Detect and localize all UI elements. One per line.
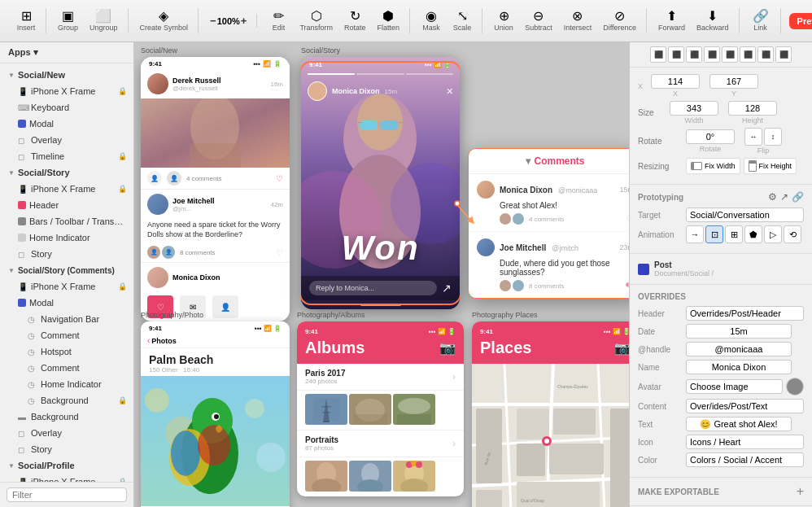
align-bottom-button[interactable]: ⬛ [740,46,756,63]
sidebar-item-iphone-frame-2[interactable]: 📱 iPhone X Frame 🔒 [0,181,133,197]
backward-button[interactable]: ⬇ Backward [692,8,734,33]
sidebar-section-social-story[interactable]: ▼ Social/Story [0,164,133,181]
anim-btn-6[interactable]: ⟲ [784,225,801,243]
flatten-button[interactable]: ⬢ Flatten [373,8,405,33]
union-button[interactable]: ⊕ Union [489,8,518,33]
edit-button[interactable]: ✏ Edit [264,8,293,33]
sidebar-item-header-1[interactable]: Header [0,197,133,213]
create-symbol-button[interactable]: ◈ Create Symbol [135,8,194,33]
content-override-dropdown[interactable]: Over/ides/Post/Text [686,399,804,413]
anim-btn-3[interactable]: ⊞ [725,225,743,243]
sidebar-item-hotspot[interactable]: ◷ Hotspot [0,343,133,360]
send-icon[interactable]: ↗ [442,282,452,295]
sidebar-item-bg-1[interactable]: ◷ Background 🔒 [0,392,133,409]
align-top-button[interactable]: ⬛ [704,46,720,63]
name-override-input[interactable] [686,360,792,374]
text-override-input[interactable] [686,417,792,431]
anim-btn-2[interactable]: ⊡ [705,225,723,243]
intersect-button[interactable]: ⊗ Intersect [559,8,597,33]
sidebar-item-iphone-frame-3[interactable]: 📱 iPhone X Frame 🔒 [0,278,133,295]
rotate-input[interactable] [686,129,735,144]
sidebar-item-keyboard[interactable]: ⌨ Keyboard [0,99,133,116]
sidebar-item-story-1[interactable]: ◻ Story [0,246,133,262]
avatar-preview[interactable] [786,378,804,396]
places-camera-icon[interactable]: 📷 [614,340,629,356]
anim-btn-5[interactable]: ▷ [764,225,782,243]
sidebar-item-home-indicator-1[interactable]: Home Indicator [0,229,133,246]
sidebar-item-home-indicator-2[interactable]: ◷ Home Indicator [0,376,133,392]
zoom-in-button[interactable]: + [241,15,247,26]
sidebar-item-modal-1[interactable]: Modal [0,116,133,132]
width-input[interactable] [670,101,718,116]
difference-button[interactable]: ⊘ Difference [598,8,641,33]
sidebar-section-comments[interactable]: ▼ Social/Story (Comments) [0,262,133,278]
album-item-paris[interactable]: Paris 2017 240 photos › [297,364,464,391]
album-item-portraits[interactable]: Portraits 87 photos › [297,431,464,457]
back-icon[interactable]: ‹ [147,336,150,345]
sidebar-item-iphone-frame-1[interactable]: 📱 iPhone X Frame 🔒 [0,83,133,99]
sidebar-item-overlay-2[interactable]: ◻ Overlay [0,425,133,441]
sidebar-item-nav-bar[interactable]: ◷ Navigation Bar [0,311,133,327]
fix-height-button[interactable]: Fix Height [744,158,797,174]
date-override-input[interactable] [686,324,792,339]
sidebar-item-bg-2[interactable]: ▬ Background [0,409,133,425]
y-position-input[interactable] [709,74,758,89]
sidebar-item-timeline[interactable]: ◻ Timeline 🔒 [0,148,133,164]
sidebar-item-modal-2[interactable]: Modal [0,295,133,311]
group-button[interactable]: ▣ Group [53,8,83,33]
align-right-button[interactable]: ⬛ [686,46,702,63]
scale-button[interactable]: ⤡ Scale [447,8,477,33]
distribute-v-button[interactable]: ⬛ [775,46,792,63]
close-icon[interactable]: × [447,85,453,98]
color-override-row: Color Colors / Social / Accent [638,452,804,467]
color-override-dropdown[interactable]: Colors / Social / Accent [686,452,804,467]
mask-button[interactable]: ◉ Mask [417,8,446,33]
rotate-button[interactable]: ↻ Rotate [339,8,371,33]
zoom-out-button[interactable]: − [210,15,216,26]
sidebar-item-iphone-frame-4[interactable]: 📱 iPhone X Frame 🔒 [0,474,133,482]
transform-button[interactable]: ⬡ Transform [295,8,338,33]
x-position-input[interactable] [651,74,700,89]
link-button[interactable]: 🔗 Link [746,8,775,33]
sidebar-item-comment-2[interactable]: ◷ Comment [0,360,133,376]
align-center-v-button[interactable]: ⬛ [722,46,738,63]
icon-override-dropdown[interactable]: Icons / Heart [686,435,804,449]
sidebar-header[interactable]: Apps ▾ [0,42,133,63]
share-proto-icon[interactable]: ↗ [780,191,788,203]
story-reply-input[interactable]: Reply to Monica... [309,281,437,295]
apps-dropdown[interactable]: Apps ▾ [8,47,38,58]
sidebar-item-bars[interactable]: Bars / Toolbar / Transparent... [0,213,133,229]
sidebar-section-profile[interactable]: ▼ Social/Profile [0,457,133,474]
filter-input[interactable] [7,487,127,502]
canvas[interactable]: Social/New 9:41 ▪▪▪ 📶 🔋 [134,42,629,507]
flip-h-button[interactable]: ↔ [744,128,762,146]
write-icon[interactable]: ✏ [626,278,629,291]
insert-button[interactable]: ⊞ Insert [11,8,41,33]
preview-button[interactable]: Preview [789,13,812,29]
ungroup-button[interactable]: ⬜ Ungroup [85,8,123,33]
anim-btn-4[interactable]: ⬟ [744,225,762,243]
handle-override-input[interactable] [686,342,792,356]
align-left-button[interactable]: ⬛ [650,46,666,63]
fix-width-button[interactable]: Fix Width [686,158,740,174]
group-icon: ▣ [62,10,74,23]
settings-icon[interactable]: ⚙ [768,191,777,203]
align-center-h-button[interactable]: ⬛ [668,46,684,63]
link-proto-icon[interactable]: 🔗 [792,191,804,203]
distribute-h-button[interactable]: ⬛ [757,46,774,63]
forward-button[interactable]: ⬆ Forward [653,8,690,33]
flip-v-button[interactable]: ↕ [764,128,782,146]
subtract-button[interactable]: ⊖ Subtract [520,8,557,33]
header-override-dropdown[interactable]: Overrides/Post/Header [686,306,804,321]
add-export-button[interactable]: + [797,484,804,499]
avatar-dropdown[interactable]: Choose Image [686,379,783,394]
target-dropdown[interactable]: Social/Conversation [686,208,804,222]
zoom-row: − 100% + [210,15,247,26]
albums-camera-icon[interactable]: 📷 [439,340,456,356]
sidebar-item-comment-1[interactable]: ◷ Comment [0,327,133,343]
anim-btn-1[interactable]: → [686,225,704,243]
sidebar-section-social-new[interactable]: ▼ Social/New [0,67,133,83]
sidebar-item-story-2[interactable]: ◻ Story [0,441,133,457]
sidebar-item-overlay-1[interactable]: ◻ Overlay [0,132,133,148]
height-input[interactable] [728,101,777,116]
